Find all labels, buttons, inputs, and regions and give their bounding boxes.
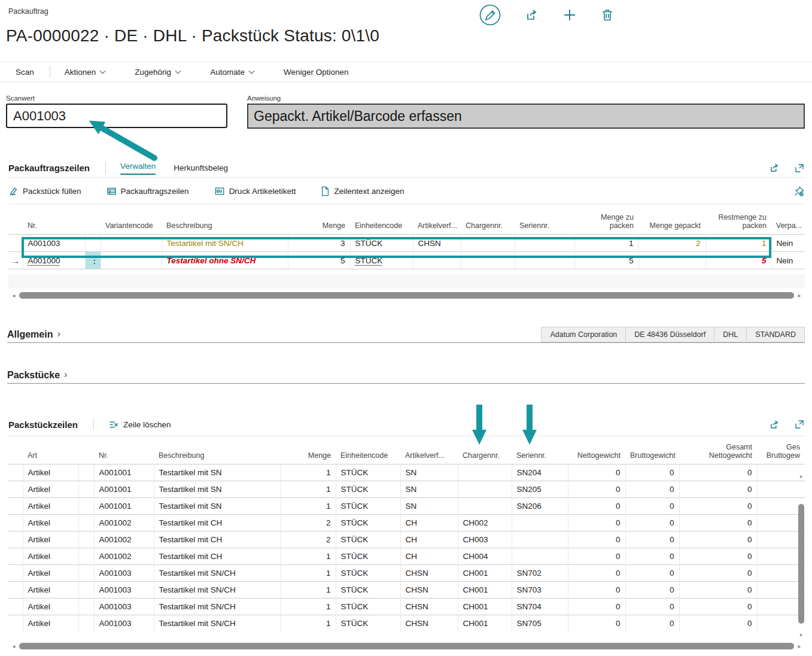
- gesamt-nettogewicht-cell[interactable]: 0: [679, 565, 757, 582]
- beschreibung-cell[interactable]: Testartikel mit CH: [154, 532, 281, 548]
- fill-package-button[interactable]: Packstück füllen: [8, 186, 81, 196]
- package-lines-expand-button[interactable]: [794, 419, 805, 430]
- show-linetext-button[interactable]: Zeilentext anzeigen: [321, 186, 404, 196]
- menge-cell[interactable]: 1: [281, 565, 336, 582]
- menge-cell[interactable]: 2: [281, 532, 336, 548]
- menge-cell[interactable]: 1: [281, 498, 336, 515]
- row-selector-cell[interactable]: [8, 615, 23, 632]
- menge-cell[interactable]: 1: [281, 582, 336, 599]
- bruttogewicht-cell[interactable]: 0: [625, 565, 679, 582]
- nettogewicht-cell[interactable]: 0: [568, 565, 625, 582]
- artikelverf-cell[interactable]: CH: [400, 548, 458, 565]
- menge-cell[interactable]: 1: [281, 599, 336, 615]
- chargennr-cell[interactable]: CH001: [458, 582, 512, 599]
- einheitencode-cell[interactable]: STÜCK: [336, 582, 400, 599]
- chargennr-cell[interactable]: CH001: [458, 565, 512, 582]
- chargennr-cell[interactable]: [458, 498, 512, 515]
- col-nr[interactable]: Nr.: [94, 441, 154, 464]
- nr-link[interactable]: A001000: [28, 256, 60, 265]
- beschreibung-cell[interactable]: Testartikel ohne SN/CH: [162, 252, 288, 269]
- chargennr-cell[interactable]: [458, 464, 512, 481]
- einheitencode-cell[interactable]: STÜCK: [336, 498, 400, 515]
- nettogewicht-cell[interactable]: 0: [568, 498, 625, 515]
- row-selector-cell[interactable]: [8, 464, 23, 481]
- artikelverf-cell[interactable]: CHSN: [400, 565, 458, 582]
- beschreibung-cell[interactable]: Testartikel mit CH: [154, 515, 281, 532]
- row-selector-cell[interactable]: [8, 532, 23, 548]
- beschreibung-cell[interactable]: Testartikel mit CH: [154, 548, 281, 565]
- bruttogewicht-cell[interactable]: 0: [625, 532, 679, 548]
- menu-item-automate[interactable]: Automate: [208, 68, 256, 77]
- menge-cell[interactable]: 5: [288, 252, 350, 269]
- col-verpa[interactable]: Verpa...: [771, 211, 805, 235]
- col-beschreibung[interactable]: Beschreibung: [162, 211, 288, 235]
- einheitencode-cell[interactable]: STÜCK: [336, 565, 400, 582]
- bruttogewicht-cell[interactable]: 0: [625, 464, 679, 481]
- artikelverf-cell[interactable]: CH: [400, 515, 458, 532]
- nettogewicht-cell[interactable]: 0: [568, 481, 625, 498]
- unpin-button[interactable]: [793, 186, 805, 197]
- seriennr-cell[interactable]: SN705: [512, 615, 568, 632]
- art-cell[interactable]: Artikel: [23, 582, 78, 599]
- nettogewicht-cell[interactable]: 0: [568, 548, 625, 565]
- einheitencode-cell[interactable]: STÜCK: [336, 548, 400, 565]
- col-chargennr[interactable]: Chargennr.: [458, 441, 512, 464]
- seriennr-cell[interactable]: SN703: [512, 582, 568, 599]
- row-selector-cell[interactable]: [8, 498, 23, 515]
- nr-cell[interactable]: A001002: [94, 515, 154, 532]
- col-einheitencode[interactable]: Einheitencode: [336, 441, 400, 464]
- col-einheitencode[interactable]: Einheitencode: [350, 211, 413, 235]
- beschreibung-cell[interactable]: Testartikel mit SN/CH: [154, 565, 281, 582]
- einheitencode-cell[interactable]: STÜCK: [336, 615, 400, 632]
- chargennr-cell[interactable]: CH001: [458, 599, 512, 615]
- row-selector-cell[interactable]: [8, 548, 23, 565]
- art-cell[interactable]: Artikel: [23, 532, 78, 548]
- row-selector-cell[interactable]: [8, 235, 23, 252]
- scroll-left-icon[interactable]: ◂: [8, 292, 19, 299]
- gesamt-nettogewicht-cell[interactable]: 0: [679, 548, 757, 565]
- einheitencode-cell[interactable]: STÜCK: [350, 235, 413, 252]
- bruttogewicht-cell[interactable]: 0: [625, 599, 679, 615]
- col-variantencode[interactable]: Variantencode: [101, 211, 162, 235]
- chargennr-cell[interactable]: CH002: [458, 515, 512, 532]
- delete-line-button[interactable]: Zeile löschen: [108, 420, 171, 430]
- beschreibung-cell[interactable]: Testartikel mit SN: [154, 464, 281, 481]
- verpa-cell[interactable]: Nein: [771, 252, 805, 269]
- einheitencode-cell[interactable]: STÜCK: [336, 515, 400, 532]
- menu-item-weniger-optionen[interactable]: Weniger Optionen: [281, 68, 351, 77]
- nr-cell[interactable]: A001002: [94, 532, 154, 548]
- seriennr-cell[interactable]: [512, 532, 568, 548]
- nr-cell[interactable]: A001001: [94, 481, 154, 498]
- scroll-up-icon[interactable]: ▴: [799, 472, 802, 480]
- tab-herkunftsbeleg[interactable]: Herkunftsbeleg: [174, 163, 228, 172]
- menu-item-zugehoerig[interactable]: Zugehörig: [132, 68, 183, 77]
- col-art[interactable]: Art: [23, 441, 78, 464]
- menge-zu-packen-cell[interactable]: 1: [574, 235, 638, 252]
- nr-cell[interactable]: A001003: [94, 599, 154, 615]
- col-gesamt-bruttogewicht[interactable]: Ges Bruttogew: [757, 441, 805, 464]
- scroll-right-icon[interactable]: ▸: [794, 643, 805, 649]
- nr-cell[interactable]: A001000: [23, 252, 85, 269]
- vscroll-thumb[interactable]: [798, 504, 804, 624]
- beschreibung-cell[interactable]: Testartikel mit SN/CH: [154, 615, 281, 632]
- row-selector-cell[interactable]: [8, 481, 23, 498]
- nettogewicht-cell[interactable]: 0: [568, 582, 625, 599]
- menge-cell[interactable]: 1: [281, 615, 336, 632]
- beschreibung-cell[interactable]: Testartikel mit SN/CH: [154, 582, 281, 599]
- col-seriennr[interactable]: Seriennr.: [515, 211, 574, 235]
- nr-cell[interactable]: A001003: [94, 615, 154, 632]
- art-cell[interactable]: Artikel: [23, 515, 78, 532]
- seriennr-cell[interactable]: [512, 515, 568, 532]
- art-cell[interactable]: Artikel: [23, 464, 78, 481]
- nettogewicht-cell[interactable]: 0: [568, 615, 625, 632]
- restmenge-cell[interactable]: 1: [705, 235, 771, 252]
- menge-cell[interactable]: 1: [281, 481, 336, 498]
- seriennr-cell[interactable]: [512, 548, 568, 565]
- col-chargennr[interactable]: Chargennr.: [461, 211, 515, 235]
- menge-cell[interactable]: 3: [288, 235, 350, 252]
- art-cell[interactable]: Artikel: [23, 481, 78, 498]
- fasttab-packstuecke-toggle[interactable]: Packstücke ›: [7, 370, 68, 381]
- restmenge-cell[interactable]: 5: [705, 252, 771, 269]
- bruttogewicht-cell[interactable]: 0: [625, 582, 679, 599]
- fasttab-allgemein-toggle[interactable]: Allgemein ›: [7, 329, 60, 340]
